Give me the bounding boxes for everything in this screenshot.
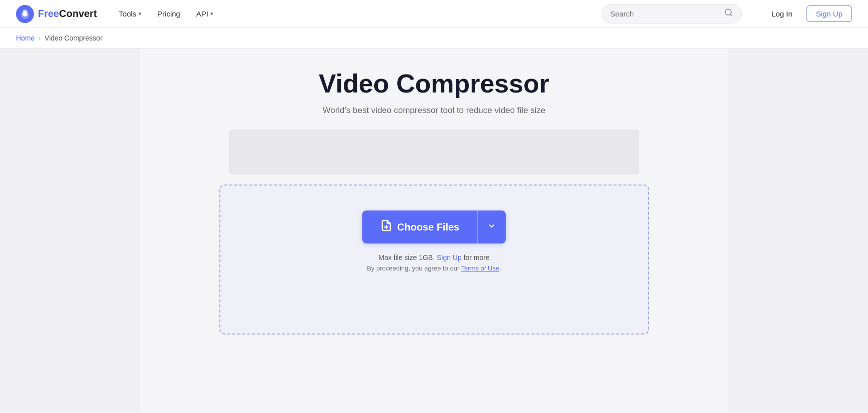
search-icon[interactable] [724, 8, 733, 20]
logo-link[interactable]: FreeConvert [16, 5, 97, 23]
tools-chevron-icon: ▾ [138, 10, 141, 17]
nav-api[interactable]: API ▾ [190, 6, 219, 22]
choose-files-label: Choose Files [397, 222, 459, 233]
breadcrumb-separator: › [38, 34, 40, 42]
navbar: FreeConvert Tools ▾ Pricing API ▾ Log In… [0, 0, 868, 28]
search-bar[interactable] [602, 4, 742, 24]
nav-tools[interactable]: Tools ▾ [113, 6, 147, 22]
signup-link[interactable]: Sign Up [437, 254, 462, 262]
file-upload-icon [380, 220, 392, 234]
svg-line-3 [730, 14, 732, 16]
signup-button[interactable]: Sign Up [807, 6, 852, 22]
page-title: Video Compressor [319, 68, 549, 98]
choose-files-group: Choose Files [362, 210, 506, 244]
choose-files-button[interactable]: Choose Files [362, 210, 477, 244]
api-chevron-icon: ▾ [210, 10, 213, 17]
auth-buttons: Log In Sign Up [766, 6, 852, 22]
breadcrumb-current: Video Compressor [44, 34, 102, 42]
nav-api-label: API [196, 10, 208, 18]
nav-tools-label: Tools [119, 10, 136, 18]
upload-terms: By proceeding, you agree to our Terms of… [367, 264, 501, 272]
terms-link[interactable]: Terms of Use [461, 264, 500, 272]
upload-info: Max file size 1GB. Sign Up for more [378, 254, 490, 262]
ad-banner [229, 130, 639, 174]
breadcrumb: Home › Video Compressor [0, 28, 868, 48]
signup-suffix: for more [462, 254, 490, 262]
logo-text: FreeConvert [38, 8, 97, 20]
svg-point-1 [22, 12, 27, 16]
search-input[interactable] [610, 10, 720, 18]
center-panel: Video Compressor World's best video comp… [140, 48, 728, 412]
left-side-panel [0, 48, 140, 412]
nav-pricing[interactable]: Pricing [151, 6, 186, 22]
nav-pricing-label: Pricing [157, 10, 180, 18]
right-side-panel [728, 48, 868, 412]
breadcrumb-home-link[interactable]: Home [16, 34, 34, 42]
terms-suffix: . [499, 264, 501, 272]
page-layout: Video Compressor World's best video comp… [0, 48, 868, 412]
nav-links: Tools ▾ Pricing API ▾ [113, 6, 586, 22]
dropdown-chevron-icon [488, 222, 496, 232]
logo-icon [16, 5, 34, 23]
login-button[interactable]: Log In [766, 6, 799, 22]
page-subtitle: World's best video compressor tool to re… [322, 106, 545, 116]
terms-prefix: By proceeding, you agree to our [367, 264, 461, 272]
max-size-text: Max file size 1GB. [378, 254, 435, 262]
choose-files-dropdown-button[interactable] [477, 210, 506, 244]
upload-dropzone[interactable]: Choose Files Max file size 1GB. Sign Up … [219, 184, 649, 334]
